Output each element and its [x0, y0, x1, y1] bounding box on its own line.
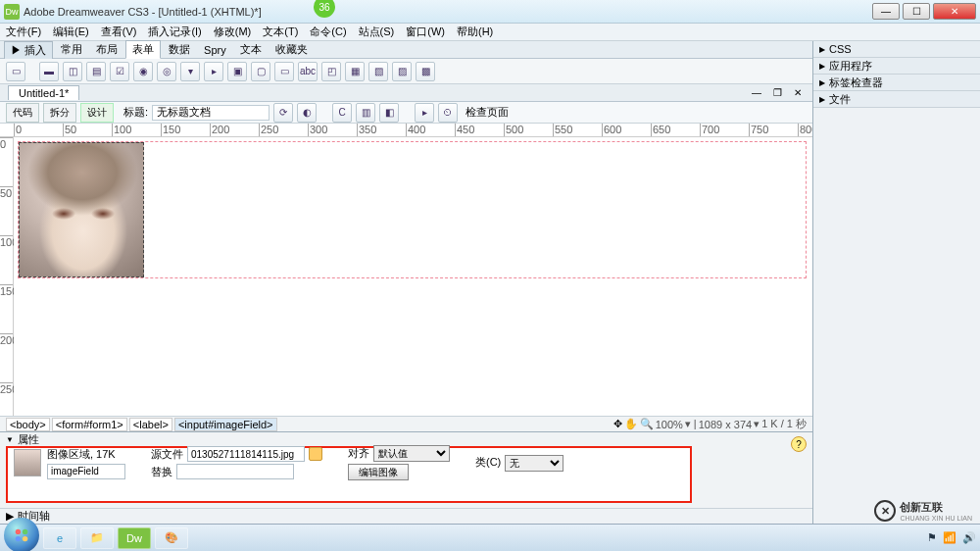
document-tabs: Untitled-1* — ❐ ✕ [0, 84, 812, 102]
zoom-level[interactable]: 100% [656, 419, 683, 430]
label-icon[interactable]: abc [298, 62, 318, 81]
design-view-button[interactable]: 设计 [80, 103, 114, 123]
tool-icon-6[interactable]: ▸ [415, 103, 434, 123]
spry-select-icon[interactable]: ▩ [416, 62, 435, 81]
tag-input[interactable]: <input#imageField> [174, 418, 277, 431]
alt-label: 替换 [151, 465, 172, 479]
badge-number: 36 [314, 0, 335, 18]
menu-insert[interactable]: 插入记录(I) [148, 25, 201, 39]
checkbox-icon[interactable]: ☑ [110, 62, 129, 81]
edit-image-button[interactable]: 编辑图像 [348, 464, 409, 480]
form-outline[interactable] [18, 141, 807, 278]
fieldset-icon[interactable]: ◰ [321, 62, 341, 81]
image-field[interactable] [19, 142, 144, 277]
system-tray[interactable]: ⚑ 📶 🔊 [927, 531, 976, 544]
tool-icon-4[interactable]: ▥ [356, 103, 375, 123]
doc-minimize-icon[interactable]: — [749, 87, 764, 98]
design-canvas[interactable] [14, 137, 812, 416]
spry-validate-icon[interactable]: ▦ [345, 62, 365, 81]
doc-restore-icon[interactable]: ❐ [770, 87, 785, 98]
menu-modify[interactable]: 修改(M) [214, 25, 252, 39]
spry-checkbox-icon[interactable]: ▨ [392, 62, 412, 81]
insert-tab-common[interactable]: 常用 [55, 41, 88, 58]
close-button[interactable]: ✕ [933, 3, 976, 20]
tool-icon-5[interactable]: ◧ [379, 103, 399, 123]
align-select[interactable]: 默认值 [373, 445, 450, 462]
form-icon[interactable]: ▭ [6, 62, 25, 81]
task-paint-icon[interactable]: 🎨 [155, 527, 188, 549]
menu-site[interactable]: 站点(S) [359, 25, 395, 39]
image-name-input[interactable] [47, 464, 125, 479]
menu-help[interactable]: 帮助(H) [457, 25, 493, 39]
hand-tool-icon[interactable]: ✋ [624, 418, 638, 430]
split-view-button[interactable]: 拆分 [43, 103, 76, 123]
property-thumb [14, 449, 41, 476]
document-tab[interactable]: Untitled-1* [8, 85, 79, 100]
panel-files[interactable]: ▶文件 [813, 91, 980, 107]
panel-tag[interactable]: ▶标签检查器 [813, 75, 980, 90]
panel-app[interactable]: ▶应用程序 [813, 58, 980, 74]
menu-text[interactable]: 文本(T) [263, 25, 298, 39]
title-label: 标题: [123, 105, 148, 120]
src-label: 源文件 [151, 447, 183, 462]
timeline-panel[interactable]: ▶ 时间轴 [0, 508, 812, 524]
tool-icon-7[interactable]: ⏲ [438, 103, 458, 123]
tag-body[interactable]: <body> [6, 418, 50, 431]
task-ie-icon[interactable]: e [43, 527, 76, 549]
document-toolbar: 代码 拆分 设计 标题: ⟳ ◐ C ▥ ◧ ▸ ⏲ 检查页面 [0, 102, 812, 124]
code-view-button[interactable]: 代码 [6, 103, 39, 123]
jumpmenu-icon[interactable]: ▸ [204, 62, 223, 81]
textfield-icon[interactable]: ▬ [39, 62, 59, 81]
title-input[interactable] [152, 105, 270, 121]
src-input[interactable] [187, 446, 305, 462]
listmenu-icon[interactable]: ▾ [180, 62, 200, 81]
spry-textarea-icon[interactable]: ▧ [368, 62, 388, 81]
insert-tab-form[interactable]: 表单 [125, 40, 161, 59]
filefield-icon[interactable]: ▢ [251, 62, 270, 81]
menu-view[interactable]: 查看(V) [101, 25, 137, 39]
pointer-tool-icon[interactable]: ✥ [613, 418, 622, 430]
tray-network-icon[interactable]: 📶 [943, 531, 956, 544]
radio-icon[interactable]: ◉ [133, 62, 153, 81]
class-select[interactable]: 无 [505, 455, 564, 472]
doc-close-icon[interactable]: ✕ [791, 87, 805, 98]
task-dreamweaver-icon[interactable]: Dw [118, 527, 151, 549]
minimize-button[interactable]: — [872, 3, 900, 20]
button-icon[interactable]: ▭ [274, 62, 294, 81]
dreamweaver-icon: Dw [4, 4, 20, 20]
insert-label[interactable]: ▶ 插入 [4, 41, 53, 59]
panel-css[interactable]: ▶CSS [813, 41, 980, 57]
tool-icon-3[interactable]: C [332, 103, 352, 123]
menu-window[interactable]: 窗口(W) [406, 25, 445, 39]
menu-file[interactable]: 文件(F) [6, 25, 41, 39]
task-explorer-icon[interactable]: 📁 [80, 527, 114, 549]
radiogroup-icon[interactable]: ◎ [157, 62, 176, 81]
insert-tab-layout[interactable]: 布局 [90, 41, 123, 58]
properties-title: 属性 [18, 432, 39, 447]
tag-form[interactable]: <form#form1> [52, 418, 127, 431]
insert-tab-data[interactable]: 数据 [163, 41, 196, 58]
imagefield-icon[interactable]: ▣ [227, 62, 247, 81]
insert-tab-text[interactable]: 文本 [234, 41, 268, 58]
browse-folder-icon[interactable] [309, 447, 322, 461]
tool-icon-1[interactable]: ⟳ [273, 103, 293, 123]
menu-commands[interactable]: 命令(C) [310, 25, 346, 39]
svg-point-0 [16, 528, 21, 533]
tool-icon-2[interactable]: ◐ [297, 103, 317, 123]
tray-sound-icon[interactable]: 🔊 [962, 531, 976, 544]
svg-point-2 [16, 535, 21, 540]
textarea-icon[interactable]: ▤ [86, 62, 106, 81]
tag-label[interactable]: <label> [129, 418, 172, 431]
menu-edit[interactable]: 编辑(E) [53, 25, 89, 39]
insert-tab-fav[interactable]: 收藏夹 [270, 41, 314, 58]
collapse-icon[interactable]: ▼ [6, 435, 14, 444]
check-page-button[interactable]: 检查页面 [466, 105, 509, 120]
start-button[interactable] [4, 518, 39, 552]
help-icon[interactable]: ? [791, 436, 807, 452]
hidden-icon[interactable]: ◫ [63, 62, 82, 81]
insert-tab-spry[interactable]: Spry [198, 43, 232, 57]
zoom-tool-icon[interactable]: 🔍 [640, 418, 654, 430]
maximize-button[interactable]: ☐ [903, 3, 930, 20]
tray-flag-icon[interactable]: ⚑ [927, 531, 937, 544]
alt-input[interactable] [176, 464, 294, 479]
